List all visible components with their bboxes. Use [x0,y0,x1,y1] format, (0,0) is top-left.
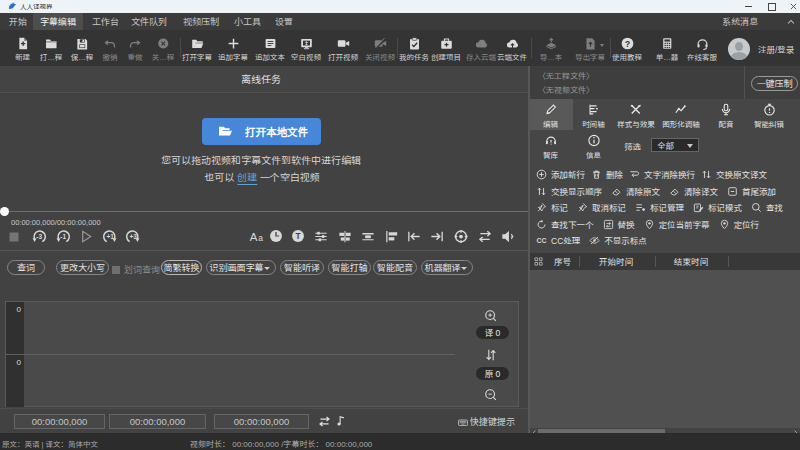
svg-text:-3: -3 [36,233,42,240]
svg-text:+1: +1 [106,233,114,240]
svg-text:CC: CC [537,237,547,244]
svg-text:a: a [258,233,263,243]
svg-text:A: A [250,231,258,243]
svg-text:-1: -1 [60,233,66,240]
svg-text:?: ? [624,39,629,49]
svg-text:T: T [295,231,300,241]
svg-text:+3: +3 [129,233,137,240]
